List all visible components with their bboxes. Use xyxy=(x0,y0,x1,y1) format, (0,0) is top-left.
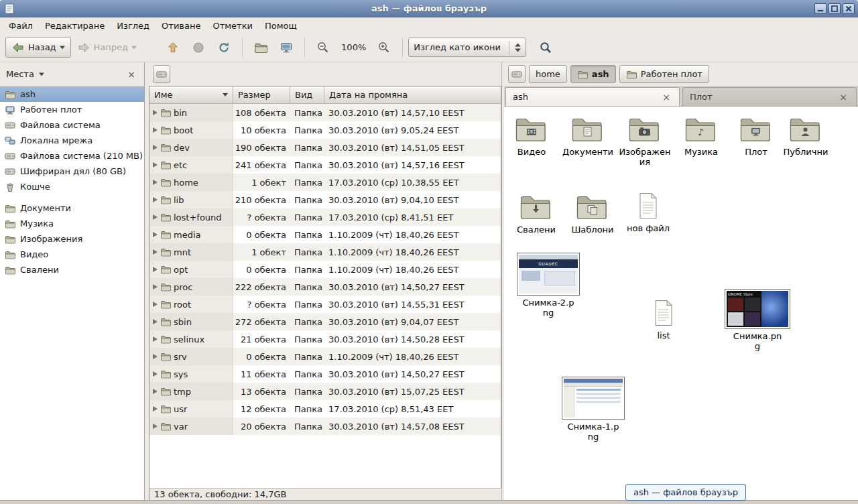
tree-row[interactable]: usr12 обектаПапка17.03.2010 (ср) 8,51,43… xyxy=(149,400,501,418)
home-button[interactable] xyxy=(248,37,273,58)
breadcrumb-desktop-button[interactable]: Работен плот xyxy=(619,65,709,83)
sidebar-mode-select[interactable]: Места xyxy=(6,69,44,79)
sidebar-item[interactable]: Файлова система xyxy=(0,117,144,133)
file-icon-item[interactable]: GNOME StoreСнимка.png xyxy=(729,289,786,352)
expander-icon[interactable] xyxy=(153,267,158,272)
file-icon-item[interactable]: нов файл xyxy=(620,192,676,233)
minimize-button[interactable] xyxy=(814,3,826,14)
file-icon-item[interactable]: Видео xyxy=(504,115,560,157)
expander-icon[interactable] xyxy=(153,145,158,150)
tree-row[interactable]: opt0 обектаПапка1.10.2009 (чт) 18,40,26 … xyxy=(149,261,501,278)
tree-row[interactable]: root? обектаПапка30.03.2010 (вт) 14,55,3… xyxy=(149,296,501,313)
close-button[interactable] xyxy=(843,3,855,14)
tree-row[interactable]: lost+found? обектаПапка17.03.2010 (ср) 8… xyxy=(149,208,501,226)
sidebar-item[interactable]: Файлова система (210 MB) xyxy=(0,148,144,164)
file-icon-item[interactable]: Изображения xyxy=(617,115,673,168)
sidebar-item[interactable]: Изображения xyxy=(0,231,144,247)
expander-icon[interactable] xyxy=(153,354,158,359)
filesystem-breadcrumb-button[interactable] xyxy=(153,65,170,83)
icon-view[interactable]: ВидеоДокументиИзображения♪МузикаПлотПубл… xyxy=(504,107,858,500)
reload-button[interactable] xyxy=(211,37,237,58)
file-icon-item[interactable]: Шаблони xyxy=(564,192,621,235)
column-header-name[interactable]: Име xyxy=(149,86,233,104)
close-tab-icon[interactable]: × xyxy=(837,92,849,103)
expander-icon[interactable] xyxy=(153,162,158,168)
tree-row[interactable]: sbin272 обектаПапка30.03.2010 (вт) 9,04,… xyxy=(149,313,501,330)
expander-icon[interactable] xyxy=(153,424,158,429)
menu-edit[interactable]: Редактиране xyxy=(39,19,111,32)
menu-file[interactable]: Файл xyxy=(3,19,39,32)
menu-bookmarks[interactable]: Отметки xyxy=(206,19,258,32)
breadcrumb-root-button[interactable] xyxy=(508,65,526,83)
expander-icon[interactable] xyxy=(153,371,158,377)
menu-go[interactable]: Отиване xyxy=(156,19,206,32)
file-icon-item[interactable]: Плот xyxy=(728,115,784,157)
file-icon-item[interactable]: Публични xyxy=(778,115,834,157)
column-header-modified[interactable]: Дата на промяна xyxy=(324,86,501,104)
tree-row[interactable]: sys11 обектаПапка30.03.2010 (вт) 14,50,2… xyxy=(149,365,501,383)
tab-plot[interactable]: Плот × xyxy=(682,87,857,106)
menu-view[interactable]: Изглед xyxy=(111,19,156,32)
column-header-size[interactable]: Размер xyxy=(233,86,290,104)
up-button[interactable] xyxy=(160,37,186,58)
sidebar-item[interactable]: Шифриран дял (80 GB) xyxy=(0,164,144,179)
tree-row[interactable]: boot10 обектаПапка30.03.2010 (вт) 9,05,2… xyxy=(149,121,501,139)
forward-button[interactable]: Напред xyxy=(71,37,143,58)
tree-row[interactable]: home1 обектПапка17.03.2010 (ср) 10,38,55… xyxy=(149,174,501,191)
expander-icon[interactable] xyxy=(153,302,158,307)
sidebar-item[interactable]: Кошче xyxy=(0,179,144,194)
sidebar-item[interactable]: Музика xyxy=(0,216,144,231)
tree-row[interactable]: lib210 обектаПапка30.03.2010 (вт) 9,04,1… xyxy=(149,191,501,208)
back-button[interactable]: Назад xyxy=(5,37,71,58)
expander-icon[interactable] xyxy=(153,336,158,342)
sidebar-item[interactable]: Работен плот xyxy=(0,102,144,117)
tree-row[interactable]: tmp13 обектаПапка30.03.2010 (вт) 15,07,2… xyxy=(149,383,501,400)
tree-row[interactable]: media0 обектаПапка1.10.2009 (чт) 18,40,2… xyxy=(149,226,501,243)
tree-row[interactable]: mnt1 обектПапка1.10.2009 (чт) 18,40,26 E… xyxy=(149,243,501,261)
column-header-type[interactable]: Вид xyxy=(290,86,324,104)
file-icon-item[interactable]: Документи xyxy=(560,115,616,157)
file-icon-item[interactable]: Свалени xyxy=(508,192,564,235)
file-icon-item[interactable]: list xyxy=(635,300,692,340)
titlebar[interactable]: ash — файлов браузър xyxy=(0,0,858,17)
expander-icon[interactable] xyxy=(153,127,158,133)
tree-row[interactable]: proc222 обектаПапка30.03.2010 (вт) 14,50… xyxy=(149,278,501,296)
expander-icon[interactable] xyxy=(153,110,158,115)
close-tab-icon[interactable]: × xyxy=(660,92,672,103)
tree-row[interactable]: dev190 обектаПапка30.03.2010 (вт) 14,51,… xyxy=(149,139,501,156)
tree-row[interactable]: srv0 обектаПапка1.10.2009 (чт) 18,40,26 … xyxy=(149,348,501,365)
file-icon-item[interactable]: ♪Музика xyxy=(673,115,729,157)
sidebar-close-button[interactable]: × xyxy=(125,69,138,80)
breadcrumb-ash-button[interactable]: ash xyxy=(570,65,616,83)
expander-icon[interactable] xyxy=(153,197,158,202)
tree-row[interactable]: etc241 обектаПапка30.03.2010 (вт) 14,57,… xyxy=(149,156,501,174)
breadcrumb-home-button[interactable]: home xyxy=(529,65,567,83)
file-icon-item[interactable]: Снимка-1.png xyxy=(565,377,621,442)
menu-help[interactable]: Помощ xyxy=(259,19,303,32)
expander-icon[interactable] xyxy=(153,319,158,324)
tab-ash[interactable]: ash × xyxy=(505,87,680,106)
sidebar-item[interactable]: Локална мрежа xyxy=(0,133,144,148)
sidebar-item[interactable]: Свалени xyxy=(0,262,144,277)
tree-row[interactable]: var20 обектаПапка30.03.2010 (вт) 14,57,0… xyxy=(149,418,501,435)
maximize-button[interactable] xyxy=(829,3,841,14)
sidebar-item[interactable]: Документи xyxy=(0,200,144,216)
computer-button[interactable] xyxy=(273,37,299,58)
expander-icon[interactable] xyxy=(153,249,158,255)
tree-row[interactable]: bin108 обектаПапка30.03.2010 (вт) 14,57,… xyxy=(149,104,501,121)
expander-icon[interactable] xyxy=(153,214,158,220)
expander-icon[interactable] xyxy=(153,180,158,185)
expander-icon[interactable] xyxy=(153,284,158,290)
expander-icon[interactable] xyxy=(153,232,158,237)
zoom-out-button[interactable] xyxy=(310,37,336,58)
zoom-in-button[interactable] xyxy=(371,37,397,58)
stop-button[interactable] xyxy=(186,37,211,58)
search-button[interactable] xyxy=(533,37,558,58)
expander-icon[interactable] xyxy=(153,389,158,394)
expander-icon[interactable] xyxy=(153,406,158,412)
tree-row[interactable]: selinux21 обектаПапка30.03.2010 (вт) 14,… xyxy=(149,330,501,348)
file-icon-item[interactable]: GUADECСнимка-2.png xyxy=(520,253,576,318)
sidebar-item[interactable]: ash xyxy=(0,86,144,102)
sidebar-item[interactable]: Видео xyxy=(0,247,144,262)
view-mode-select[interactable]: Изглед като икони xyxy=(408,38,526,57)
